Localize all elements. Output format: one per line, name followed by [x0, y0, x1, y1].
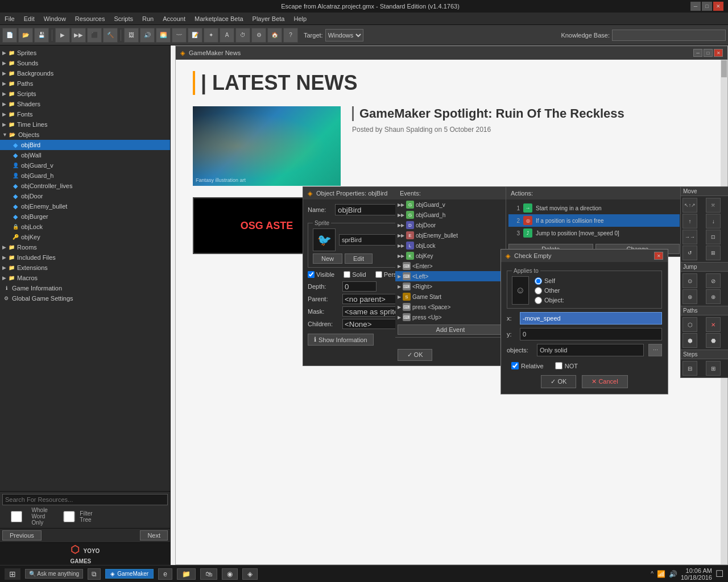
script-button[interactable]: 📝: [188, 28, 202, 43]
move-btn-5[interactable]: →→: [682, 230, 697, 244]
check-cancel-btn[interactable]: ✕ Cancel: [582, 375, 627, 388]
move-btn-2[interactable]: ⤱: [706, 198, 721, 213]
move-btn-6[interactable]: ⊡: [706, 230, 721, 244]
depth-input[interactable]: [342, 281, 377, 292]
sidebar-item-fonts[interactable]: ▶ 📁 Fonts: [0, 109, 170, 119]
news-minimize-btn[interactable]: ─: [693, 49, 702, 57]
event-item-objenemybullet[interactable]: ▶▶ E objEnemy_bullet: [395, 230, 506, 240]
event-item-gamestart[interactable]: ▶ S Game Start: [395, 292, 506, 302]
self-radio[interactable]: [535, 277, 542, 285]
new-sprite-btn[interactable]: New: [313, 253, 342, 264]
sidebar-item-objbird[interactable]: ◆ objBird: [0, 140, 170, 150]
menu-help[interactable]: Help: [289, 14, 311, 23]
menu-edit[interactable]: Edit: [19, 14, 39, 23]
sprite-button[interactable]: 🖼: [124, 28, 139, 43]
menu-scripts[interactable]: Scripts: [109, 14, 138, 23]
event-item-pressspace[interactable]: ▶ ⌨ press <Space>: [395, 302, 506, 312]
sidebar-item-globalsettings[interactable]: ⚙ Global Game Settings: [0, 293, 170, 304]
edit-sprite-btn[interactable]: Edit: [345, 253, 373, 264]
action-center-btn[interactable]: ☐: [715, 568, 723, 579]
sidebar-item-gameinfo[interactable]: ℹ Game Information: [0, 283, 170, 293]
close-button[interactable]: ✕: [713, 2, 723, 11]
move-btn-3[interactable]: ↑: [682, 214, 697, 228]
event-item-objkey[interactable]: ▶▶ K objKey: [395, 251, 506, 261]
sound-button[interactable]: 🔊: [140, 28, 155, 43]
action-item-3[interactable]: 3 ⤴ Jump to position [move_speed 0]: [508, 227, 680, 239]
sidebar-item-rooms[interactable]: ▶ 📁 Rooms: [0, 242, 170, 252]
move-btn-4[interactable]: ↓: [706, 214, 721, 228]
play-debug-button[interactable]: ▶▶: [71, 28, 86, 43]
event-item-right[interactable]: ▶ ⌨ <Right>: [395, 281, 506, 292]
taskbar-gm2[interactable]: ◈: [242, 568, 258, 580]
event-item-enter[interactable]: ▶ ⌨ <Enter>: [395, 261, 506, 271]
y-input[interactable]: [520, 328, 662, 340]
persistent-checkbox[interactable]: [375, 271, 382, 278]
tray-btn[interactable]: ^: [651, 571, 653, 577]
start-button[interactable]: ⊞: [5, 568, 20, 580]
not-checkbox[interactable]: [555, 362, 562, 369]
add-event-btn[interactable]: Add Event: [398, 325, 503, 335]
menu-run[interactable]: Run: [138, 14, 158, 23]
event-item-objguardh[interactable]: ▶▶ G objGuard_h: [395, 210, 506, 220]
sidebar-item-objguardh[interactable]: 👤 objGuard_h: [0, 171, 170, 181]
solid-checkbox[interactable]: [344, 271, 350, 278]
taskbar-store[interactable]: 🛍: [200, 568, 217, 580]
sidebar-item-objlock[interactable]: 🔒 objLock: [0, 222, 170, 232]
shader-button[interactable]: ✦: [204, 28, 218, 43]
action-item-1[interactable]: 1 → Start moving in a direction: [508, 202, 680, 214]
taskview-btn[interactable]: ⧉: [88, 568, 101, 580]
search-input[interactable]: [2, 494, 168, 505]
menu-file[interactable]: File: [0, 14, 19, 23]
path-btn-2[interactable]: ✕: [706, 317, 721, 332]
jump-btn-3[interactable]: ⊛: [682, 289, 697, 304]
menu-marketplace[interactable]: Marketplace Beta: [190, 14, 248, 23]
taskbar-ie[interactable]: e: [158, 568, 172, 580]
objects-input[interactable]: [537, 344, 644, 356]
not-checkbox-label[interactable]: NOT: [555, 362, 578, 369]
jump-btn-2[interactable]: ⊘: [706, 273, 721, 288]
sidebar-item-backgrounds[interactable]: ▶ 📁 Backgrounds: [0, 68, 170, 78]
relative-checkbox[interactable]: [511, 362, 519, 369]
steps-btn-2[interactable]: ⊞: [706, 361, 721, 376]
jump-btn-4[interactable]: ⊕: [706, 289, 721, 304]
sidebar-item-objcontrollerlives[interactable]: ◆ objController_lives: [0, 181, 170, 191]
whole-word-checkbox[interactable]: [2, 511, 31, 522]
prev-button[interactable]: Previous: [2, 530, 42, 541]
filter-tree-option[interactable]: Filter Tree: [60, 510, 94, 523]
knowledge-input[interactable]: [612, 30, 726, 41]
play-button[interactable]: ▶: [55, 28, 70, 43]
menu-window[interactable]: Window: [39, 14, 71, 23]
move-btn-1[interactable]: ↖↑↗: [682, 198, 697, 213]
sidebar-item-sprites[interactable]: ▶ 📁 Sprites: [0, 48, 170, 58]
objects-browse-btn[interactable]: ⋯: [648, 344, 662, 356]
sidebar-item-includedfiles[interactable]: ▶ 📁 Included Files: [0, 252, 170, 263]
event-item-pressup[interactable]: ▶ ⌨ press <Up>: [395, 312, 506, 322]
path-btn-3[interactable]: ⬢: [682, 333, 697, 348]
sidebar-item-shaders[interactable]: ▶ 📁 Shaders: [0, 99, 170, 109]
sidebar-item-objguardv[interactable]: 👤 objGuard_v: [0, 160, 170, 171]
maximize-button[interactable]: □: [702, 2, 712, 11]
object-button[interactable]: ⚙: [251, 28, 266, 43]
sidebar-item-objwall[interactable]: ◆ objWall: [0, 150, 170, 160]
other-option[interactable]: Other: [535, 287, 564, 294]
sidebar-item-sounds[interactable]: ▶ 📁 Sounds: [0, 58, 170, 68]
visible-checkbox-label[interactable]: Visible: [308, 271, 334, 278]
relative-checkbox-label[interactable]: Relative: [511, 362, 544, 369]
object-option[interactable]: Object:: [535, 297, 564, 304]
steps-btn-1[interactable]: ⊟: [682, 361, 697, 376]
minimize-button[interactable]: ─: [690, 2, 701, 11]
sidebar-item-objenemybullet[interactable]: ◆ objEnemy_bullet: [0, 201, 170, 211]
build-button[interactable]: 🔨: [103, 28, 118, 43]
move-btn-8[interactable]: ⊞: [706, 246, 721, 260]
sidebar-item-objdoor[interactable]: ◆ objDoor: [0, 191, 170, 201]
news-maximize-btn[interactable]: □: [704, 49, 713, 57]
search-bar[interactable]: 🔍 Ask me anything: [25, 569, 83, 579]
check-ok-btn[interactable]: ✓ OK: [541, 375, 576, 388]
event-item-left[interactable]: ▶ ⌨ <Left>: [395, 271, 506, 281]
object-radio[interactable]: [535, 297, 542, 304]
sidebar-item-objburger[interactable]: ◆ objBurger: [0, 211, 170, 222]
scrollbar-thumb[interactable]: [721, 60, 727, 77]
jump-btn-1[interactable]: ⊙: [682, 273, 697, 288]
sidebar-item-macros[interactable]: ▶ 📁 Macros: [0, 273, 170, 283]
event-item-objdoor[interactable]: ▶▶ D objDoor: [395, 220, 506, 230]
